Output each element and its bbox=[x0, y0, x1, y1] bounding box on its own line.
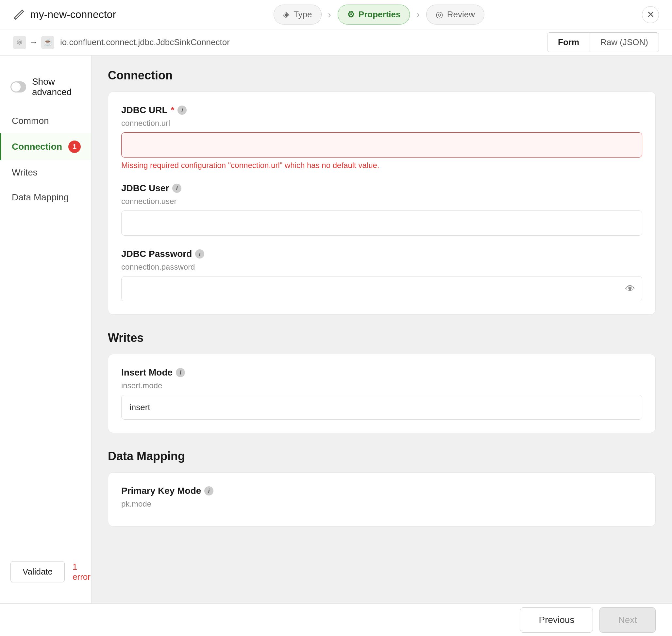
validate-button[interactable]: Validate bbox=[11, 561, 65, 582]
connection-section-title: Connection bbox=[108, 68, 656, 82]
jdbc-url-info-icon[interactable]: i bbox=[177, 105, 186, 115]
jdbc-url-sublabel: connection.url bbox=[121, 119, 642, 128]
jdbc-password-sublabel: connection.password bbox=[121, 262, 642, 272]
jdbc-url-error-msg: Missing required configuration "connecti… bbox=[121, 161, 642, 170]
close-button[interactable]: ✕ bbox=[642, 6, 659, 23]
view-toggle: Form Raw (JSON) bbox=[547, 32, 659, 52]
primary-key-mode-info-icon[interactable]: i bbox=[204, 486, 213, 495]
breadcrumb-bar: ⚛ → ☕ io.confluent.connect.jdbc.JdbcSink… bbox=[0, 29, 672, 56]
toggle-knob bbox=[12, 82, 21, 92]
data-mapping-section-title: Data Mapping bbox=[108, 450, 656, 463]
top-bar-left: my-new-connector bbox=[13, 8, 116, 21]
step-review-icon: ◎ bbox=[436, 9, 443, 20]
form-view-button[interactable]: Form bbox=[548, 33, 590, 52]
sidebar-item-writes-label: Writes bbox=[12, 167, 38, 178]
steps-nav: ◈ Type › ⚙ Properties › ◎ Review bbox=[274, 4, 485, 24]
insert-mode-select[interactable]: insert upsert update bbox=[121, 395, 642, 420]
primary-key-mode-sublabel: pk.mode bbox=[121, 499, 642, 509]
jdbc-password-label: JDBC Password i bbox=[121, 249, 642, 259]
jdbc-password-info-icon[interactable]: i bbox=[195, 250, 204, 259]
show-advanced-label: Show advanced bbox=[32, 77, 81, 97]
step-arrow-1: › bbox=[328, 9, 331, 20]
show-advanced-row: Show advanced bbox=[0, 68, 91, 105]
insert-mode-label-text: Insert Mode bbox=[121, 367, 173, 378]
jdbc-url-label: JDBC URL * i bbox=[121, 105, 642, 115]
primary-key-mode-field-group: Primary Key Mode i pk.mode bbox=[121, 486, 642, 509]
writes-section-card: Insert Mode i insert.mode insert upsert … bbox=[108, 354, 656, 433]
jdbc-password-field-group: JDBC Password i connection.password 👁 bbox=[121, 249, 642, 301]
data-mapping-section-card: Primary Key Mode i pk.mode bbox=[108, 472, 656, 526]
step-type-label: Type bbox=[294, 9, 312, 20]
sidebar-item-writes[interactable]: Writes bbox=[0, 160, 91, 185]
jdbc-password-label-text: JDBC Password bbox=[121, 249, 192, 259]
sidebar-item-data-mapping[interactable]: Data Mapping bbox=[0, 185, 91, 210]
top-bar: my-new-connector ◈ Type › ⚙ Properties ›… bbox=[0, 0, 672, 29]
sidebar: Show advanced Common Connection 1 Writes… bbox=[0, 56, 92, 603]
raw-json-view-button[interactable]: Raw (JSON) bbox=[590, 33, 658, 52]
connection-error-badge: 1 bbox=[68, 141, 81, 153]
jdbc-password-input[interactable] bbox=[121, 276, 642, 301]
jdbc-url-required-star: * bbox=[171, 105, 175, 115]
sidebar-item-common[interactable]: Common bbox=[0, 108, 91, 133]
jdbc-user-label-text: JDBC User bbox=[121, 183, 169, 194]
breadcrumb-left: ⚛ → ☕ io.confluent.connect.jdbc.JdbcSink… bbox=[13, 36, 230, 49]
insert-mode-label: Insert Mode i bbox=[121, 367, 642, 378]
sidebar-item-common-label: Common bbox=[12, 116, 49, 126]
jdbc-url-input[interactable] bbox=[121, 132, 642, 158]
insert-mode-sublabel: insert.mode bbox=[121, 381, 642, 390]
insert-mode-info-icon[interactable]: i bbox=[176, 368, 185, 377]
jdbc-user-field-group: JDBC User i connection.user bbox=[121, 183, 642, 236]
step-properties-icon: ⚙ bbox=[347, 9, 355, 20]
step-arrow-2: › bbox=[416, 9, 419, 20]
source-icon: ⚛ bbox=[13, 36, 26, 49]
breadcrumb-arrow: → bbox=[29, 37, 38, 47]
sidebar-error-text: 1 error bbox=[73, 562, 91, 582]
insert-mode-field-group: Insert Mode i insert.mode insert upsert … bbox=[121, 367, 642, 420]
sidebar-item-data-mapping-label: Data Mapping bbox=[12, 192, 68, 203]
sidebar-item-connection[interactable]: Connection 1 bbox=[0, 133, 91, 160]
jdbc-user-sublabel: connection.user bbox=[121, 197, 642, 206]
step-type-icon: ◈ bbox=[283, 9, 290, 20]
jdbc-url-field-group: JDBC URL * i connection.url Missing requ… bbox=[121, 105, 642, 170]
next-button[interactable]: Next bbox=[599, 607, 656, 633]
sidebar-nav: Common Connection 1 Writes Data Mapping bbox=[0, 108, 91, 210]
step-properties-button[interactable]: ⚙ Properties bbox=[338, 4, 410, 24]
step-properties-label: Properties bbox=[359, 9, 401, 20]
jdbc-password-input-wrap: 👁 bbox=[121, 276, 642, 301]
jdbc-user-input[interactable] bbox=[121, 211, 642, 236]
main-layout: Show advanced Common Connection 1 Writes… bbox=[0, 56, 672, 603]
step-review-label: Review bbox=[447, 9, 475, 20]
jdbc-url-label-text: JDBC URL bbox=[121, 105, 168, 115]
step-type-button[interactable]: ◈ Type bbox=[274, 4, 321, 24]
sidebar-bottom: Validate 1 error bbox=[0, 553, 91, 590]
connection-section-card: JDBC URL * i connection.url Missing requ… bbox=[108, 92, 656, 315]
eye-icon[interactable]: 👁 bbox=[625, 283, 635, 295]
sink-icon: ☕ bbox=[41, 36, 54, 49]
connector-title: my-new-connector bbox=[30, 8, 116, 21]
breadcrumb-class: io.confluent.connect.jdbc.JdbcSinkConnec… bbox=[60, 37, 230, 47]
show-advanced-toggle[interactable] bbox=[11, 81, 26, 93]
jdbc-user-label: JDBC User i bbox=[121, 183, 642, 194]
sidebar-item-connection-label: Connection bbox=[12, 141, 62, 152]
bottom-bar: Previous Next bbox=[0, 603, 672, 636]
writes-section-title: Writes bbox=[108, 331, 656, 345]
step-review-button[interactable]: ◎ Review bbox=[426, 4, 485, 24]
primary-key-mode-label: Primary Key Mode i bbox=[121, 486, 642, 496]
content-area[interactable]: Connection JDBC URL * i connection.url M… bbox=[92, 56, 672, 603]
edit-icon bbox=[13, 9, 25, 21]
previous-button[interactable]: Previous bbox=[520, 607, 593, 633]
breadcrumb-icons: ⚛ → ☕ bbox=[13, 36, 54, 49]
jdbc-user-info-icon[interactable]: i bbox=[172, 184, 181, 193]
primary-key-mode-label-text: Primary Key Mode bbox=[121, 486, 201, 496]
